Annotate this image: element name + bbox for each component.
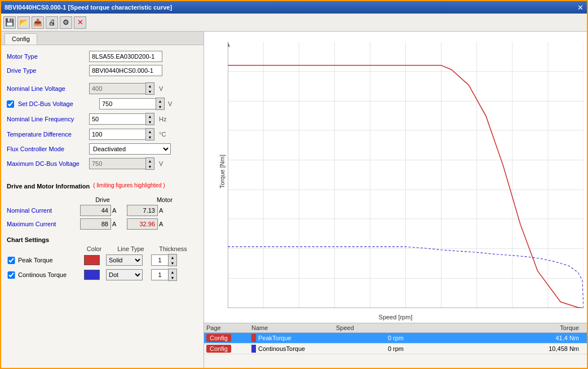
temp-diff-label: Temperature Difference <box>7 131 86 138</box>
max-dc-bus-spin: ▲ ▼ <box>89 157 154 170</box>
cs-continous-linetype[interactable]: Solid Dot <box>106 269 143 280</box>
nominal-current-label: Nominal Current <box>7 207 80 214</box>
drive-type-input[interactable] <box>89 65 162 76</box>
max-dc-bus-buttons: ▲ ▼ <box>145 157 154 170</box>
dt-continous-speed: 0 rpm <box>336 345 404 352</box>
cs-peak-color-swatch[interactable] <box>84 255 100 265</box>
dt-peak-speed: 0 rpm <box>336 335 404 341</box>
dc-bus-down[interactable]: ▼ <box>156 104 164 109</box>
max-dc-bus-down[interactable]: ▼ <box>146 164 154 169</box>
cs-peak-thickness-spin: ▲ ▼ <box>151 254 177 266</box>
data-table-header: Page Name Speed Torque <box>204 323 587 333</box>
right-panel: Torque [Nm] Speed [rpm] <box>204 32 587 368</box>
x-axis-label: Speed [rpm] <box>379 314 413 320</box>
cs-peak-thickness-input[interactable] <box>151 254 168 266</box>
dt-row-continous[interactable]: Config ContinousTorque 0 rpm 10,458 Nm <box>204 344 587 354</box>
dt-continous-page: Config <box>206 345 251 353</box>
cs-continous-thickness-input[interactable] <box>151 269 168 280</box>
cs-continous-checkbox[interactable] <box>7 271 16 279</box>
cs-continous-thickness-up[interactable]: ▲ <box>169 269 176 275</box>
window-title: 8BVI0440HCS0.000-1 [Speed torque charact… <box>5 4 172 11</box>
nominal-current-motor-unit: A <box>159 207 170 214</box>
nominal-freq-input[interactable] <box>89 113 145 125</box>
nominal-voltage-buttons: ▲ ▼ <box>145 82 154 95</box>
settings-button[interactable]: ⚙ <box>60 16 72 29</box>
maximum-current-drive-unit: A <box>112 221 123 227</box>
temp-diff-buttons: ▲ ▼ <box>145 128 154 140</box>
maximum-current-label: Maximum Current <box>7 221 80 227</box>
motor-type-input[interactable] <box>89 51 162 62</box>
dt-peak-torque: 41,4 Nm <box>404 335 585 341</box>
temp-diff-up[interactable]: ▲ <box>146 129 154 134</box>
dt-continous-torque: 10,458 Nm <box>404 345 585 352</box>
nominal-current-drive-unit: A <box>112 207 123 214</box>
maximum-current-motor[interactable] <box>127 218 158 230</box>
nominal-freq-spin: ▲ ▼ <box>89 113 154 125</box>
delete-button[interactable]: ✕ <box>74 16 86 29</box>
cs-continous-thickness-down[interactable]: ▼ <box>169 275 176 280</box>
cs-peak-thickness-up[interactable]: ▲ <box>169 254 176 260</box>
title-bar: 8BVI0440HCS0.000-1 [Speed torque charact… <box>1 1 587 14</box>
nominal-freq-buttons: ▲ ▼ <box>145 113 154 125</box>
dt-row-peak[interactable]: Config PeakTorque 0 rpm 41,4 Nm <box>204 333 587 344</box>
save-button[interactable]: 💾 <box>3 16 16 29</box>
tab-bar: Config <box>1 32 204 45</box>
max-dc-bus-unit: V <box>159 160 163 167</box>
nominal-voltage-up[interactable]: ▲ <box>146 83 154 89</box>
chart-svg: 0 5 10 15 20 25 30 35 40 0 500 1000 1500… <box>228 42 583 308</box>
tab-config[interactable]: Config <box>5 33 37 45</box>
dc-bus-spin: ▲ ▼ <box>99 98 165 110</box>
drive-type-label: Drive Type <box>7 67 86 74</box>
nominal-current-drive[interactable] <box>80 205 111 216</box>
temp-diff-input[interactable] <box>89 129 145 140</box>
cs-linetype-header: Line Type <box>108 245 153 252</box>
dt-torque-header: Torque <box>404 324 585 331</box>
cs-peak-thickness-down[interactable]: ▼ <box>169 260 176 266</box>
max-dc-bus-up[interactable]: ▲ <box>146 158 154 164</box>
temp-diff-down[interactable]: ▼ <box>146 134 154 140</box>
dt-peak-color-bar <box>251 334 256 342</box>
cs-peak-torque-row: Peak Torque Solid Dot <box>7 254 198 266</box>
dt-name-header: Name <box>251 324 336 331</box>
dt-continous-page-badge: Config <box>206 345 231 353</box>
cs-peak-thickness-buttons: ▲ ▼ <box>168 254 177 266</box>
nominal-freq-label: Nominal Line Frequency <box>7 116 86 122</box>
nominal-voltage-label: Nominal Line Voltage <box>7 85 86 92</box>
content-area: Config Motor Type Drive Type Nominal Lin… <box>1 32 587 368</box>
cs-peak-label: Peak Torque <box>18 257 78 263</box>
nominal-freq-up[interactable]: ▲ <box>146 113 154 119</box>
main-window: 8BVI0440HCS0.000-1 [Speed torque charact… <box>0 0 588 369</box>
y-axis-label: Torque [Nm] <box>219 155 226 188</box>
data-table: Page Name Speed Torque Config PeakTorque <box>204 323 587 368</box>
drive-type-row: Drive Type <box>7 65 198 76</box>
close-button[interactable]: ✕ <box>577 3 583 12</box>
cs-peak-checkbox[interactable] <box>7 257 16 264</box>
config-form: Motor Type Drive Type Nominal Line Volta… <box>1 45 204 368</box>
temp-diff-spin: ▲ ▼ <box>89 128 154 140</box>
nominal-current-motor[interactable] <box>127 205 158 216</box>
dc-bus-checkbox[interactable] <box>7 100 14 108</box>
max-dc-bus-input[interactable] <box>89 158 145 169</box>
open-button[interactable]: 📂 <box>17 16 30 29</box>
nominal-current-row: Nominal Current A A <box>7 205 198 216</box>
chart-settings-title: Chart Settings <box>7 236 49 243</box>
flux-controller-row: Flux Controller Mode Deactivated Activat… <box>7 143 198 155</box>
maximum-current-drive[interactable] <box>80 218 111 230</box>
print-button[interactable]: 🖨 <box>46 16 58 29</box>
cs-peak-linetype[interactable]: Solid Dot <box>106 254 143 266</box>
nominal-voltage-input[interactable] <box>89 83 145 94</box>
cs-continous-color-swatch[interactable] <box>84 270 100 280</box>
dc-bus-input[interactable] <box>99 98 156 109</box>
flux-controller-label: Flux Controller Mode <box>7 146 86 152</box>
cs-header-row: Color Line Type Thickness <box>7 245 198 252</box>
dc-bus-up[interactable]: ▲ <box>156 98 164 104</box>
maximum-current-row: Maximum Current A A <box>7 218 198 230</box>
nominal-freq-row: Nominal Line Frequency ▲ ▼ Hz <box>7 113 198 125</box>
dc-bus-unit: V <box>168 100 172 107</box>
cs-continous-torque-row: Continous Torque Solid Dot <box>7 269 198 281</box>
export-button[interactable]: 📤 <box>32 16 44 29</box>
nominal-freq-down[interactable]: ▼ <box>146 119 154 125</box>
flux-controller-select[interactable]: Deactivated Activated <box>89 143 171 155</box>
cs-continous-thickness-buttons: ▲ ▼ <box>168 269 177 281</box>
nominal-voltage-down[interactable]: ▼ <box>146 89 154 94</box>
